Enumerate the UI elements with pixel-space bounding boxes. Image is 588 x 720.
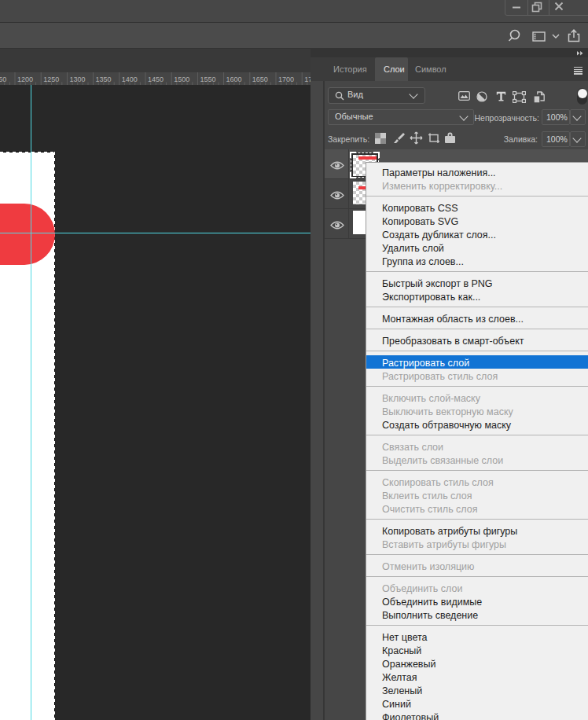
svg-text:1300: 1300 [69,75,85,83]
svg-text:1700: 1700 [278,75,294,83]
svg-text:1350: 1350 [96,75,112,83]
svg-text:1750: 1750 [304,75,311,83]
svg-text:1450: 1450 [148,75,164,83]
svg-text:1250: 1250 [43,75,59,83]
svg-text:1200: 1200 [17,75,33,83]
svg-text:1150: 1150 [0,75,6,83]
svg-text:1550: 1550 [200,75,215,83]
svg-text:1600: 1600 [226,75,242,83]
svg-text:1400: 1400 [122,75,138,83]
svg-text:1650: 1650 [252,75,268,83]
svg-text:1500: 1500 [174,75,189,83]
